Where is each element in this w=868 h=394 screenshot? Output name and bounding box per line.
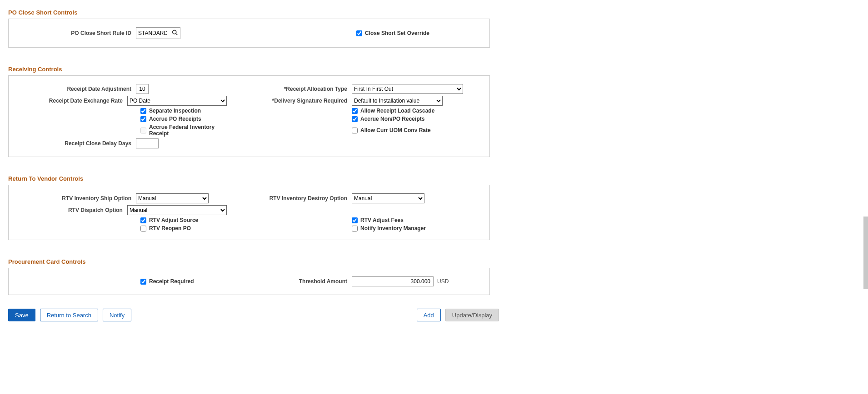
section-pcard: Receipt Required Threshold Amount USD: [8, 268, 490, 295]
label-accrue-po-receipts: Accrue PO Receipts: [149, 116, 201, 122]
label-rtv-adjust-source: RTV Adjust Source: [149, 217, 198, 223]
label-rtv-inventory-ship-option: RTV Inventory Ship Option: [18, 195, 136, 202]
label-notify-inventory-manager: Notify Inventory Manager: [360, 225, 426, 231]
search-icon[interactable]: [169, 30, 180, 37]
input-receipt-close-delay-days[interactable]: [136, 138, 159, 148]
label-delivery-signature-required: Delivery Signature Required: [227, 98, 352, 104]
label-receipt-close-delay-days: Receipt Close Delay Days: [18, 140, 136, 147]
checkbox-accrue-non-po-receipts[interactable]: [352, 116, 358, 122]
label-allow-receipt-load-cascade: Allow Receipt Load Cascade: [360, 108, 434, 114]
label-allow-curr-uom-conv-rate: Allow Curr UOM Conv Rate: [360, 127, 431, 133]
checkbox-notify-inventory-manager[interactable]: [352, 226, 358, 231]
section-title-pcard: Procurement Card Controls: [8, 258, 860, 265]
label-receipt-allocation-type: Receipt Allocation Type: [227, 86, 352, 92]
checkbox-rtv-adjust-fees[interactable]: [352, 217, 358, 223]
label-threshold-amount: Threshold Amount: [227, 278, 352, 285]
select-rtv-dispatch-option[interactable]: Manual: [127, 205, 227, 215]
label-rtv-adjust-fees: RTV Adjust Fees: [360, 217, 404, 223]
label-receipt-required: Receipt Required: [149, 278, 194, 285]
input-threshold-amount[interactable]: [352, 276, 434, 286]
select-rtv-inventory-destroy-option[interactable]: Manual: [352, 193, 424, 203]
checkbox-separate-inspection[interactable]: [140, 108, 146, 114]
checkbox-accrue-po-receipts[interactable]: [140, 116, 146, 122]
section-rtv: RTV Inventory Ship Option Manual RTV Inv…: [8, 185, 490, 240]
label-receipt-date-exchange-rate: Receipt Date Exchange Rate: [18, 98, 127, 104]
section-title-receiving: Receiving Controls: [8, 66, 860, 73]
add-button[interactable]: Add: [417, 309, 441, 321]
input-po-close-short-rule-id[interactable]: [136, 28, 169, 38]
label-po-close-short-rule-id: PO Close Short Rule ID: [18, 30, 136, 36]
checkbox-allow-receipt-load-cascade[interactable]: [352, 108, 358, 114]
label-accrue-federal-inventory-receipt: Accrue Federal Inventory Receipt: [149, 124, 227, 137]
return-to-search-button[interactable]: Return to Search: [40, 309, 98, 321]
section-title-rtv: Return To Vendor Controls: [8, 175, 860, 182]
checkbox-receipt-required[interactable]: [140, 279, 146, 285]
checkbox-rtv-reopen-po[interactable]: [140, 226, 146, 231]
label-rtv-reopen-po: RTV Reopen PO: [149, 225, 191, 231]
checkbox-allow-curr-uom-conv-rate[interactable]: [352, 128, 358, 133]
select-receipt-date-exchange-rate[interactable]: PO Date: [127, 96, 227, 106]
update-display-button[interactable]: Update/Display: [445, 309, 499, 321]
currency-label: USD: [437, 278, 449, 285]
select-rtv-inventory-ship-option[interactable]: Manual: [136, 193, 209, 203]
section-receiving: Receipt Date Adjustment Receipt Allocati…: [8, 75, 490, 157]
svg-line-1: [175, 34, 177, 35]
checkbox-accrue-federal-inventory-receipt: [140, 128, 146, 133]
select-delivery-signature-required[interactable]: Default to Installation value: [352, 96, 443, 106]
label-rtv-inventory-destroy-option: RTV Inventory Destroy Option: [227, 195, 352, 202]
footer-toolbar: Save Return to Search Notify Add Update/…: [8, 309, 499, 321]
label-separate-inspection: Separate Inspection: [149, 108, 201, 114]
section-title-po-close-short: PO Close Short Controls: [8, 9, 860, 16]
label-rtv-dispatch-option: RTV Dispatch Option: [18, 207, 127, 213]
checkbox-close-short-set-override[interactable]: [356, 30, 362, 36]
input-receipt-date-adjustment[interactable]: [136, 84, 149, 94]
notify-button[interactable]: Notify: [103, 309, 131, 321]
save-button[interactable]: Save: [8, 309, 35, 321]
svg-point-0: [172, 30, 176, 34]
label-receipt-date-adjustment: Receipt Date Adjustment: [18, 86, 136, 92]
lookup-po-close-short-rule-id: [136, 27, 180, 39]
checkbox-rtv-adjust-source[interactable]: [140, 217, 146, 223]
select-receipt-allocation-type[interactable]: First In First Out: [352, 84, 463, 94]
label-accrue-non-po-receipts: Accrue Non/PO Receipts: [360, 116, 424, 122]
label-close-short-set-override: Close Short Set Override: [365, 30, 429, 36]
section-po-close-short: PO Close Short Rule ID Close Short Set O…: [8, 19, 490, 48]
